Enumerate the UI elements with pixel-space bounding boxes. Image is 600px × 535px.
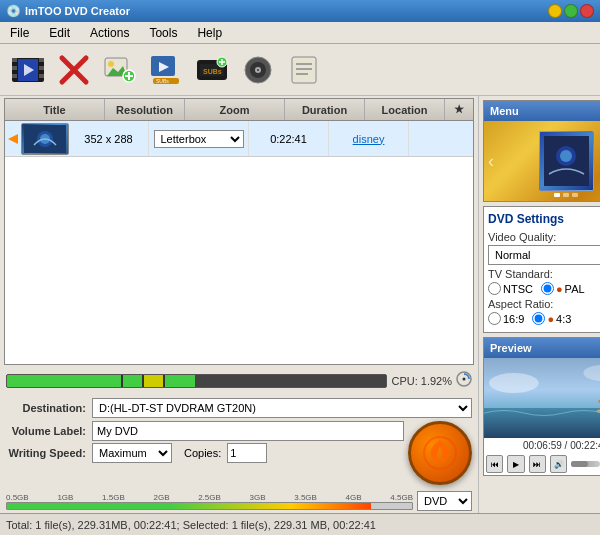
file-list-header: Title Resolution Zoom Duration Location … [5, 99, 473, 121]
file-thumbnail [21, 123, 69, 155]
video-quality-row: Video Quality: Normal High Low [488, 231, 600, 265]
title-bar-left: 💿 ImTOO DVD Creator [6, 4, 130, 18]
progress-bar [6, 374, 387, 388]
ratio-169-radio[interactable] [488, 312, 501, 325]
tv-standard-label: TV Standard: [488, 268, 600, 280]
prev-volume-slider[interactable] [571, 461, 600, 467]
tv-standard-row: TV Standard: NTSC ● PAL [488, 268, 600, 295]
menu-dots [554, 193, 578, 197]
svg-point-12 [108, 61, 114, 67]
ratio-43-radio[interactable] [532, 312, 545, 325]
add-image-button[interactable] [100, 50, 140, 90]
menu-dot-3[interactable] [572, 193, 578, 197]
disk-type-select[interactable]: DVD DVD-DL Blu-ray [417, 491, 472, 511]
menu-tools[interactable]: Tools [143, 24, 183, 42]
menu-dot-1[interactable] [554, 193, 560, 197]
ntsc-radio[interactable] [488, 282, 501, 295]
menu-section: Menu [483, 100, 600, 202]
copies-input[interactable] [227, 443, 267, 463]
menu-dot-2[interactable] [563, 193, 569, 197]
preview-controls: ⏮ ▶ ⏭ 🔊 📷 📁 [484, 453, 600, 475]
file-location[interactable]: disney [329, 121, 409, 156]
status-text: Total: 1 file(s), 229.31MB, 00:22:41; Se… [6, 519, 376, 531]
svg-marker-35 [8, 134, 18, 144]
svg-rect-4 [39, 58, 44, 62]
destination-row: Destination: D:(HL-DT-ST DVDRAM GT20N) [6, 398, 472, 418]
maximize-button[interactable] [564, 4, 578, 18]
destination-select[interactable]: D:(HL-DT-ST DVDRAM GT20N) [92, 398, 472, 418]
cpu-icon[interactable] [456, 371, 472, 390]
ntsc-option[interactable]: NTSC [488, 282, 533, 295]
progress-empty [195, 375, 386, 387]
file-zoom[interactable]: Letterbox Pan & Scan Full Screen [149, 121, 249, 156]
volume-row: Volume Label: [6, 421, 404, 441]
add-video-button[interactable] [8, 50, 48, 90]
prev-volume-button[interactable]: 🔊 [550, 455, 567, 473]
cpu-label: CPU: 1.92% [391, 375, 452, 387]
bottom-controls: Destination: D:(HL-DT-ST DVDRAM GT20N) V… [0, 394, 478, 489]
ratio-43-option[interactable]: ● 4:3 [532, 312, 571, 325]
subtitle-button[interactable]: SUBs [192, 50, 232, 90]
app-icon: 💿 [6, 4, 21, 18]
chapters-button[interactable] [284, 50, 324, 90]
svg-text:SUBs: SUBs [203, 68, 222, 75]
svg-point-40 [463, 378, 466, 381]
pal-option[interactable]: ● PAL [541, 282, 585, 295]
svg-rect-5 [39, 66, 44, 70]
pal-radio[interactable] [541, 282, 554, 295]
menu-actions[interactable]: Actions [84, 24, 135, 42]
row-indicator [5, 134, 21, 144]
menu-section-header: Menu [484, 101, 600, 121]
dvd-settings-section: DVD Settings ▶ Video Quality: Normal Hig… [483, 206, 600, 333]
menu-prev-arrow[interactable]: ‹ [488, 151, 494, 172]
left-panel: Title Resolution Zoom Duration Location … [0, 96, 478, 513]
svg-rect-1 [12, 58, 17, 62]
preview-header: Preview ▶ [484, 338, 600, 358]
prev-rewind-button[interactable]: ⏮ [486, 455, 503, 473]
progress-fill-green [7, 375, 121, 387]
copies-label: Copies: [184, 447, 221, 459]
ratio-169-option[interactable]: 16:9 [488, 312, 524, 325]
svg-rect-2 [12, 66, 17, 70]
col-header-location: Location [365, 99, 445, 120]
preview-section: Preview ▶ [483, 337, 600, 476]
edit-video-button[interactable]: SUBs [146, 50, 186, 90]
prev-stop-button[interactable]: ⏭ [529, 455, 546, 473]
preview-timecode: 00:06:59 / 00:22:41 [484, 438, 600, 453]
progress-fill-yellow [144, 375, 163, 387]
menu-thumbnail [539, 131, 594, 191]
file-row[interactable]: 352 x 288 Letterbox Pan & Scan Full Scre… [5, 121, 473, 157]
volume-input[interactable] [92, 421, 404, 441]
burn-button[interactable] [408, 421, 472, 485]
menu-file[interactable]: File [4, 24, 35, 42]
menu-help[interactable]: Help [191, 24, 228, 42]
destination-label: Destination: [6, 402, 86, 414]
svg-text:SUBs: SUBs [156, 78, 169, 84]
progress-fill-green2 [123, 375, 142, 387]
status-bar: Total: 1 file(s), 229.31MB, 00:22:41; Se… [0, 513, 600, 535]
disk-scale-bar [6, 502, 413, 510]
minimize-button[interactable] [548, 4, 562, 18]
file-star [409, 121, 437, 156]
remove-button[interactable] [54, 50, 94, 90]
video-quality-select[interactable]: Normal High Low [488, 245, 600, 265]
disk-scale-labels: 0.5GB 1GB 1.5GB 2GB 2.5GB 3GB 3.5GB 4GB … [6, 493, 413, 502]
audio-button[interactable] [238, 50, 278, 90]
close-button[interactable] [580, 4, 594, 18]
title-bar-buttons [548, 4, 594, 18]
prev-play-button[interactable]: ▶ [507, 455, 524, 473]
svg-point-30 [257, 69, 259, 71]
svg-rect-53 [484, 408, 600, 438]
svg-rect-3 [12, 74, 17, 78]
menu-section-title: Menu [490, 105, 519, 117]
menu-edit[interactable]: Edit [43, 24, 76, 42]
col-header-resolution: Resolution [105, 99, 185, 120]
speed-select[interactable]: Maximum High Normal [92, 443, 172, 463]
right-panel: Menu [478, 96, 600, 513]
title-bar: 💿 ImTOO DVD Creator [0, 0, 600, 22]
app-title: ImTOO DVD Creator [25, 5, 130, 17]
preview-title: Preview [490, 342, 532, 354]
zoom-select[interactable]: Letterbox Pan & Scan Full Screen [154, 130, 244, 148]
col-header-star: ★ [445, 99, 473, 120]
file-resolution: 352 x 288 [69, 121, 149, 156]
